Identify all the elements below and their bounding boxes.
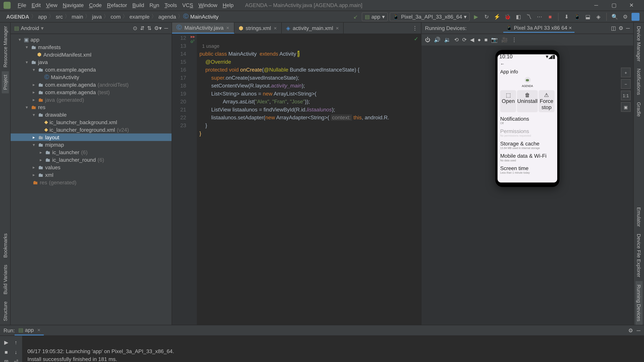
structure-tab[interactable]: Structure	[2, 298, 8, 325]
force-stop-button[interactable]: ⚠Force stop	[538, 90, 554, 112]
menu-tools[interactable]: Tools	[162, 2, 180, 8]
device-dropdown[interactable]: 📱Pixel_3a_API_33_x86_64 ▾	[390, 12, 470, 21]
zoom-out-icon[interactable]: −	[621, 79, 630, 89]
resource-manager-tab[interactable]: Resource Manager	[2, 22, 8, 71]
build-variants-tab[interactable]: Build Variants	[2, 261, 8, 298]
code-editor[interactable]: 121314151617181920212223 ▸▸ oꜛ 1 usage p…	[172, 34, 421, 325]
breadcrumb[interactable]: MainActivity	[188, 13, 220, 19]
device-file-explorer-tab[interactable]: Device File Explorer	[635, 230, 642, 281]
menu-navigate[interactable]: Navigate	[60, 2, 86, 8]
menu-code[interactable]: Code	[86, 2, 104, 8]
rotate-right-icon[interactable]: ⟳	[462, 37, 466, 43]
breadcrumb[interactable]: agenda	[157, 13, 178, 19]
run-config-dropdown[interactable]: ▤app ▾	[362, 12, 388, 21]
minimize-button[interactable]: ─	[587, 0, 605, 11]
more-icon[interactable]: ⋮	[512, 37, 517, 43]
console-output[interactable]: 06/17 19:05:32: Launching 'app' on Pixel…	[22, 336, 644, 362]
settings-icon[interactable]: ⚙	[621, 12, 630, 21]
settings-gear-icon[interactable]: ⚙▾	[154, 25, 162, 31]
back-icon[interactable]: ◀	[470, 37, 474, 43]
running-devices-tab[interactable]: Running Devices	[635, 281, 642, 325]
apply-code-icon[interactable]: ⚡	[493, 12, 502, 21]
close-button[interactable]: ✕	[623, 0, 640, 11]
uninstall-button[interactable]: 🗑Uninstall	[517, 90, 538, 112]
select-opened-icon[interactable]: ⊙	[133, 25, 137, 31]
project-view-selector[interactable]: Android	[21, 25, 39, 31]
screenshot-icon[interactable]: 📷	[491, 37, 498, 43]
avd-icon[interactable]: 📱	[573, 12, 582, 21]
hide-run-icon[interactable]: ─	[636, 327, 640, 334]
hide-emulator-icon[interactable]: ─	[626, 25, 630, 31]
inspection-ok-icon[interactable]: ✓	[414, 36, 418, 42]
run-tab-app[interactable]: ▤app×	[15, 325, 44, 336]
sdk-icon[interactable]: ⬓	[583, 12, 592, 21]
attach-debugger-icon[interactable]: ⋯	[535, 12, 544, 21]
tab-strings[interactable]: ⬢strings.xml×	[234, 22, 282, 33]
menu-refactor[interactable]: Refactor	[104, 2, 130, 8]
sync-gradle-icon[interactable]: ↙	[351, 12, 360, 21]
layout-icon[interactable]: ⊞	[2, 358, 10, 362]
close-icon[interactable]: ×	[226, 24, 230, 31]
emulator-tab[interactable]: Emulator	[635, 204, 642, 230]
wrap-icon[interactable]: ⏎	[12, 358, 20, 362]
open-button[interactable]: ⬚Open	[500, 90, 516, 112]
run-button-icon[interactable]: ▶	[472, 12, 480, 21]
zoom-fit-icon[interactable]: ▣	[621, 102, 630, 112]
up-icon[interactable]: ↑	[12, 339, 20, 347]
menu-edit[interactable]: Edit	[29, 2, 43, 8]
rerun-icon[interactable]: ▶	[2, 339, 10, 347]
new-window-icon[interactable]: ◫	[611, 25, 616, 31]
device-tab[interactable]: 📱 Pixel 3a API 33 x86 64 ×	[503, 24, 574, 32]
breadcrumb[interactable]: example	[128, 13, 151, 19]
close-icon[interactable]: ×	[336, 25, 339, 31]
menu-build[interactable]: Build	[130, 2, 147, 8]
overview-icon[interactable]: ■	[484, 37, 488, 43]
record-icon[interactable]: 🎥	[501, 37, 508, 43]
tab-activity-main[interactable]: ◈activity_main.xml×	[282, 22, 344, 33]
notifications-tab[interactable]: Notifications	[635, 65, 642, 98]
zoom-in-icon[interactable]: +	[621, 67, 630, 77]
menu-file[interactable]: File	[15, 2, 29, 8]
project-tab[interactable]: Project	[2, 71, 8, 93]
profile-icon[interactable]: 〽	[524, 12, 533, 21]
phone-screen[interactable]: 10:10▾◢▮ ← App info AGENDA ⬚Open 🗑Uninst…	[498, 54, 557, 183]
maximize-button[interactable]: ▢	[605, 0, 622, 11]
home-icon[interactable]: ●	[478, 37, 481, 43]
resource-icon[interactable]: ◈	[594, 12, 603, 21]
device-manager-tab[interactable]: Device Manager	[635, 22, 642, 65]
search-everywhere-icon[interactable]: 🔍	[610, 12, 619, 21]
apply-changes-icon[interactable]: ↻	[482, 12, 491, 21]
breadcrumb[interactable]: java	[90, 13, 104, 19]
breadcrumb[interactable]: AGENDA	[4, 13, 31, 19]
volume-up-icon[interactable]: 🔊	[434, 37, 440, 43]
phone-back-icon[interactable]: ←	[500, 61, 554, 66]
tab-mainactivity[interactable]: ⒸMainActivity.java×	[172, 22, 234, 33]
gear-icon[interactable]: ⚙	[628, 327, 633, 334]
menu-view[interactable]: View	[44, 2, 60, 8]
breadcrumb[interactable]: main	[70, 13, 85, 19]
project-tree[interactable]: ▾▣app ▾🖿manifests ⬢AndroidManifest.xml ▾…	[10, 34, 172, 325]
menu-help[interactable]: Help	[220, 2, 236, 8]
gear-icon[interactable]: ⚙	[618, 25, 623, 31]
breadcrumb[interactable]: com	[109, 13, 122, 19]
hide-panel-icon[interactable]: ─	[164, 25, 168, 31]
breadcrumb[interactable]: src	[54, 13, 64, 19]
close-icon[interactable]: ×	[274, 25, 277, 31]
power-icon[interactable]: ⏻	[425, 37, 430, 43]
volume-down-icon[interactable]: 🔉	[444, 37, 451, 43]
tabs-overflow-icon[interactable]: ⋮	[409, 25, 421, 31]
menu-window[interactable]: Window	[196, 2, 220, 8]
breadcrumb[interactable]: app	[36, 13, 49, 19]
stop-icon[interactable]: ■	[546, 12, 554, 21]
git-update-icon[interactable]: ⬇	[562, 12, 571, 21]
zoom-11-icon[interactable]: 1:1	[621, 91, 630, 100]
stop-icon[interactable]: ■	[2, 348, 10, 356]
menu-vcs[interactable]: VCS	[180, 2, 196, 8]
down-icon[interactable]: ↓	[12, 348, 20, 356]
menu-run[interactable]: Run	[147, 2, 162, 8]
expand-all-icon[interactable]: ⇵	[140, 25, 144, 31]
bookmarks-tab[interactable]: Bookmarks	[2, 230, 8, 261]
gradle-tab[interactable]: Gradle	[635, 98, 642, 120]
debug-icon[interactable]: 🐞	[503, 12, 512, 21]
collapse-all-icon[interactable]: ⇅	[147, 25, 152, 31]
